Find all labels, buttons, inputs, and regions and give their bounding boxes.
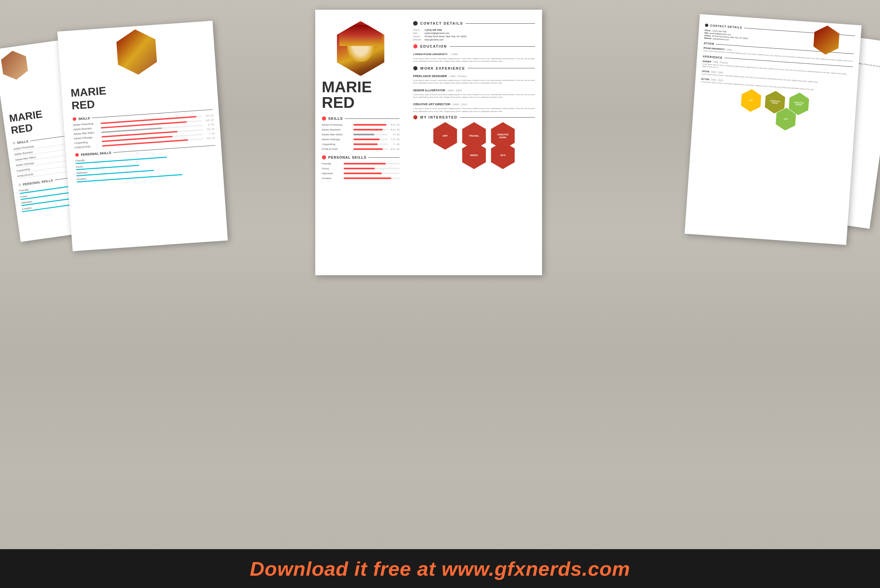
education-header: EDUCATION [413, 44, 535, 49]
resume-card-center: MARIE RED SKILLS Adobe Photoshop 9.5 / 1… [315, 10, 542, 275]
personal-skill-center-funny: Funny [322, 167, 400, 170]
skill-center-aftereffect: Adobe After Effect 6 / 10 [322, 133, 400, 136]
name-area-mid-left: MARIE RED [70, 77, 212, 112]
work-header: WORK EXPERIENCE [413, 66, 535, 70]
skills-section-mid-left: SKILLS Adobe Photoshop 9.5 / 10 Adobe Il… [72, 108, 215, 149]
interests-header: MY INTERESTED [413, 115, 535, 120]
personal-skills-section-mid-left: PERSONAL SKILLS Friendly Funny Optimisti… [75, 143, 217, 182]
center-photo-hex [333, 21, 388, 76]
personal-skill-center-optimistic: Optimistic [322, 172, 400, 175]
banner-text: Download it free at www.gfxnerds.com [250, 557, 630, 580]
center-left-column: MARIE RED SKILLS Adobe Photoshop 9.5 / 1… [315, 10, 406, 275]
resume-card-mid-left: MARIE RED SKILLS Adobe Photoshop 9.5 / 1… [57, 21, 228, 251]
center-right-column: CONTACT DETAILS Phone 1 (212) 446 7000 M… [406, 10, 542, 275]
center-skills-section: SKILLS Adobe Photoshop 9.5 / 10 Adobe Il… [322, 116, 400, 150]
interest-art: ART [432, 122, 459, 150]
contact-rows: Phone 1 (212) 446 7000 Mail mariered@gfx… [413, 29, 535, 41]
center-personal-skills-section: PERSONAL SKILLS Friendly Funny Optimisti… [322, 155, 400, 180]
skill-center-indesign: Adobe InDesign 7.5 / 10 [322, 138, 400, 141]
photo-hex-far-left [0, 49, 31, 82]
photo-hex-mid-left [113, 28, 161, 76]
skill-center-html: HTML5/CSS5 8.5 / 10 [322, 148, 400, 150]
center-name-line2: RED [322, 95, 400, 110]
personal-skill-center-friendly: Friendly [322, 162, 400, 165]
job-freelance-designer: FREELANCE DESIGNER/ 1998 - Present Lorem… [413, 72, 535, 84]
center-name-line1: MARIE [322, 80, 400, 95]
center-name-area: MARIE RED [322, 80, 400, 110]
job-creative-art-director: CREATIVE ART DIRECTOR/ 2005 - 2013 Lorem… [413, 101, 535, 112]
education-content: LOREM IPSUM UNIVERSITY / 1998 Lorem ipsu… [413, 51, 535, 63]
skill-center-photoshop: Adobe Photoshop 9.5 / 10 [322, 123, 400, 126]
job-senior-illustrator: SENIOR ILLUSRTATOR/ 2003 - 2005 Lorem ip… [413, 87, 535, 99]
bottom-banner: Download it free at www.gfxnerds.com [0, 549, 880, 588]
resume-card-right: CONTACT DETAILS Phone 1 (212) 446 7000 M… [684, 14, 862, 245]
personal-skill-center-creative: Creative [322, 177, 400, 180]
interests-section-right: ART CREATIVEWORK CREATIVEWORK GFX [698, 86, 851, 135]
skill-center-illustrator: Adobe Illustrator 8.5 / 10 [322, 128, 400, 131]
contact-header: CONTACT DETAILS [413, 16, 535, 26]
interests-grid: ART TRAVEL CREATIVEWORK WEED GFX [413, 122, 535, 169]
skill-center-copywriting: Copywriting 7 / 10 [322, 143, 400, 146]
interest-gfx: GFX [489, 141, 517, 169]
interest-weed: WEED [460, 141, 488, 169]
